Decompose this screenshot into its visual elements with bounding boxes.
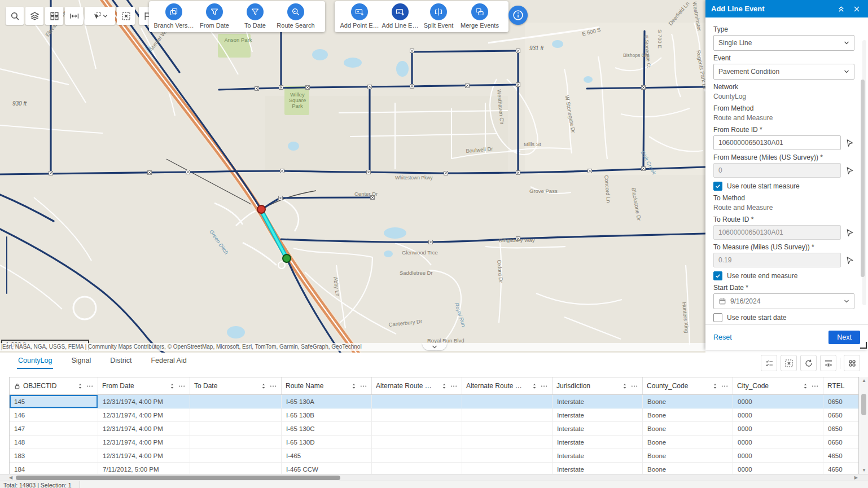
to-date-button[interactable]: To Date (235, 3, 275, 29)
table-row[interactable]: 145 12/31/1974, 4:00 PM I-65 130A Inters… (10, 395, 858, 408)
table-row[interactable]: 146 12/31/1974, 4:00 PM I-65 130B Inters… (10, 408, 858, 422)
clear-selection-tool-button[interactable] (117, 7, 135, 25)
cell-to-date[interactable] (190, 463, 282, 474)
from-route-id-input[interactable]: 10600000650130A01 (713, 135, 841, 150)
sort-icon[interactable] (532, 383, 537, 389)
cell-city-code[interactable]: 0000 (733, 436, 823, 449)
table-actions-button[interactable] (844, 355, 860, 371)
pick-to-route-on-map-button[interactable] (845, 228, 854, 238)
info-button[interactable] (508, 6, 528, 25)
tab-district[interactable]: District (109, 353, 133, 369)
cell-to-date[interactable] (190, 449, 282, 463)
cell-route-name[interactable]: I-465 CCW (282, 463, 372, 474)
cell-objectid[interactable]: 183 (10, 449, 98, 463)
column-menu-icon[interactable] (360, 385, 367, 388)
cell-to-date[interactable] (190, 422, 282, 436)
cell-alt-route-2[interactable] (462, 422, 553, 436)
sort-icon[interactable] (622, 383, 627, 389)
map-canvas[interactable]: Elevated Way Sunset Way Anson Park Wille… (0, 0, 705, 353)
column-menu-icon[interactable] (269, 385, 277, 388)
cell-from-date[interactable]: 7/11/2012, 5:00 PM (98, 463, 190, 474)
layers-tool-button[interactable] (25, 7, 43, 25)
table-hscroll-thumb[interactable] (16, 476, 340, 480)
branch-versioning-button[interactable]: Branch Vers… (154, 3, 194, 29)
column-header-alternate-route-1[interactable]: Alternate Route … (372, 377, 462, 394)
add-point-event-button[interactable]: Add Point E… (339, 3, 380, 29)
column-header-rtel[interactable]: RTEL (823, 377, 858, 394)
column-header-route-name[interactable]: Route Name (282, 377, 372, 394)
cell-to-date[interactable] (190, 395, 282, 408)
cell-objectid[interactable]: 145 (10, 395, 98, 408)
scroll-down-arrow[interactable]: ▼ (860, 468, 868, 473)
event-select[interactable]: Pavement Condition (713, 64, 854, 80)
use-route-start-date-checkbox[interactable]: Use route start date (713, 313, 854, 322)
cell-rtel[interactable]: 0650 (823, 436, 858, 449)
sort-icon[interactable] (261, 383, 266, 389)
refresh-table-button[interactable] (800, 355, 817, 371)
column-menu-icon[interactable] (811, 385, 819, 388)
cell-jurisdiction[interactable]: Interstate (553, 408, 643, 422)
collapse-panel-button[interactable] (835, 3, 847, 15)
sort-icon[interactable] (713, 383, 717, 389)
cell-alt-route-1[interactable] (372, 395, 462, 408)
cell-alt-route-2[interactable] (462, 436, 553, 449)
cell-route-name[interactable]: I-65 130A (282, 395, 372, 408)
panel-scrollbar[interactable] (862, 40, 866, 305)
select-tool-button[interactable] (85, 7, 115, 25)
add-line-event-button[interactable]: Add Line E… (380, 3, 420, 29)
sort-icon[interactable] (442, 383, 446, 389)
type-select[interactable]: Single Line (713, 35, 854, 51)
cell-alt-route-1[interactable] (372, 463, 462, 474)
column-menu-icon[interactable] (450, 385, 458, 388)
cell-objectid[interactable]: 148 (10, 436, 98, 449)
cell-jurisdiction[interactable]: Interstate (553, 422, 643, 436)
from-measure-marker[interactable] (257, 205, 265, 213)
cell-rtel[interactable]: 0650 (823, 395, 858, 408)
use-route-end-measure-checkbox[interactable]: Use route end measure (713, 271, 854, 280)
cell-jurisdiction[interactable]: Interstate (553, 395, 643, 408)
cell-county-code[interactable]: Boone (643, 436, 733, 449)
cell-county-code[interactable]: Boone (643, 395, 733, 408)
cell-rtel[interactable]: 0650 (823, 422, 858, 436)
column-header-from-date[interactable]: From Date (98, 377, 190, 394)
column-header-objectid[interactable]: OBJECTID (10, 377, 98, 394)
sort-icon[interactable] (803, 383, 808, 389)
route-search-button[interactable]: Route Search (275, 3, 316, 29)
tab-federal-aid[interactable]: Federal Aid (150, 353, 187, 369)
cell-alt-route-1[interactable] (372, 422, 462, 436)
cell-from-date[interactable]: 12/31/1974, 4:00 PM (98, 408, 190, 422)
cell-rtel[interactable]: 0650 (823, 408, 858, 422)
scroll-right-arrow[interactable]: ▶ (854, 475, 858, 480)
pick-from-measure-on-map-button[interactable] (845, 166, 854, 175)
cell-from-date[interactable]: 12/31/1974, 4:00 PM (98, 395, 190, 408)
sort-icon[interactable] (352, 383, 356, 389)
start-date-input[interactable]: 9/16/2024 (713, 293, 854, 309)
split-event-button[interactable]: Split Event (420, 3, 457, 29)
cell-route-name[interactable]: I-465 (282, 449, 372, 463)
table-row[interactable]: 183 12/31/1974, 4:00 PM I-465 Interstate… (10, 449, 858, 463)
cell-route-name[interactable]: I-65 130D (282, 436, 372, 449)
show-hide-fields-button[interactable] (820, 355, 836, 371)
sort-icon[interactable] (170, 383, 174, 389)
column-header-county-code[interactable]: County_Code (643, 377, 733, 394)
cell-jurisdiction[interactable]: Interstate (553, 436, 643, 449)
cell-objectid[interactable]: 147 (10, 422, 98, 436)
table-row[interactable]: 148 12/31/1974, 4:00 PM I-65 130D Inters… (10, 436, 858, 449)
cell-county-code[interactable]: Boone (643, 408, 733, 422)
cell-rtel[interactable]: 4650 (823, 449, 858, 463)
close-panel-button[interactable] (851, 3, 862, 15)
use-route-start-measure-checkbox[interactable]: Use route start measure (713, 182, 854, 191)
cell-from-date[interactable]: 12/31/1974, 4:00 PM (98, 449, 190, 463)
to-measure-marker[interactable] (283, 254, 291, 262)
pick-to-measure-on-map-button[interactable] (845, 256, 854, 265)
cell-city-code[interactable]: 0000 (733, 395, 823, 408)
column-header-jurisdiction[interactable]: Jurisdiction (553, 377, 643, 394)
panel-scrollbar-thumb[interactable] (861, 80, 865, 277)
cell-alt-route-1[interactable] (372, 408, 462, 422)
scroll-up-arrow[interactable]: ▲ (860, 378, 868, 383)
cell-jurisdiction[interactable]: Interstate (553, 463, 643, 474)
panel-resize-handle[interactable] (860, 342, 867, 349)
column-menu-icon[interactable] (630, 385, 638, 388)
measure-tool-button[interactable] (65, 7, 83, 25)
cell-jurisdiction[interactable]: Interstate (553, 449, 643, 463)
